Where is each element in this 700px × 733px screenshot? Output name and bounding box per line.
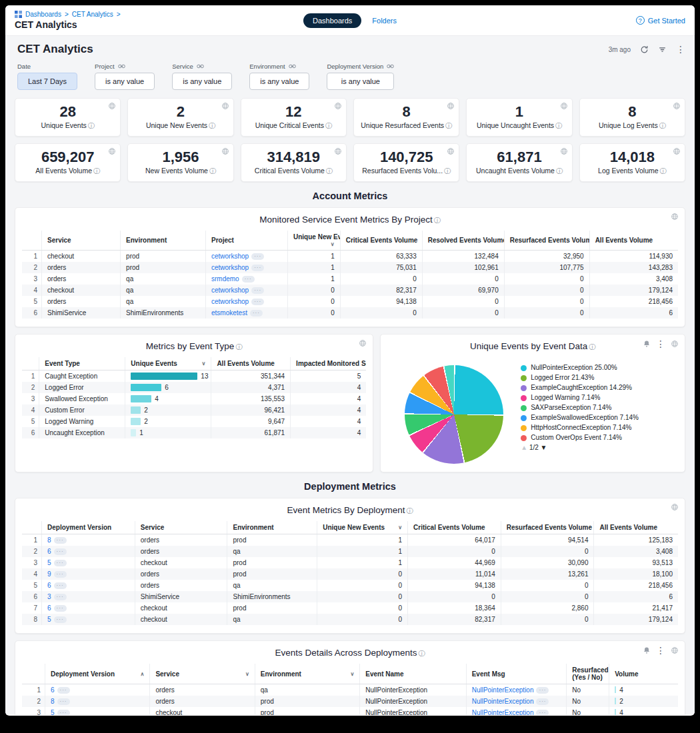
cell-link[interactable]: 6 <box>47 548 51 555</box>
info-icon[interactable]: ⓘ <box>235 343 242 351</box>
pie-chart[interactable] <box>405 365 503 464</box>
deployment-version-cell[interactable]: 5··· <box>42 614 135 625</box>
cell-link[interactable]: 5 <box>47 559 51 566</box>
more-pill[interactable]: ··· <box>536 710 549 715</box>
column-header[interactable]: Resurfaced Events Volume <box>504 231 589 251</box>
cell-link[interactable]: 9 <box>47 570 51 578</box>
cell-link[interactable]: 6 <box>47 582 51 589</box>
cell-link[interactable]: NullPointerException <box>472 709 534 715</box>
cell-link[interactable]: cetworkshop <box>211 253 249 260</box>
info-icon[interactable]: ⓘ <box>326 167 333 175</box>
project-link-cell[interactable]: srmdemo··· <box>206 273 288 285</box>
column-header[interactable]: Project <box>206 231 288 251</box>
table-row[interactable]: 2Logged Error64,3714 <box>22 382 366 393</box>
globe-icon[interactable] <box>108 147 116 155</box>
more-pill[interactable]: ··· <box>54 594 67 600</box>
kebab-menu-icon[interactable]: ⋮ <box>676 45 685 54</box>
deployment-version-cell[interactable]: 6··· <box>42 602 135 614</box>
legend-item[interactable]: NullPointerException 25.00% <box>521 364 677 372</box>
more-pill[interactable]: ··· <box>251 287 264 294</box>
globe-icon[interactable] <box>671 503 679 511</box>
project-link-cell[interactable]: cetworkshop··· <box>206 285 288 296</box>
info-icon[interactable]: ⓘ <box>660 167 667 175</box>
cell-link[interactable]: NullPointerException <box>472 686 534 694</box>
column-header[interactable]: All Events Volume <box>589 231 678 251</box>
tab-dashboards[interactable]: Dashboards <box>303 13 361 28</box>
column-header[interactable]: Critical Events Volume <box>408 521 501 534</box>
cell-link[interactable]: 6 <box>51 686 55 694</box>
globe-icon[interactable] <box>447 147 455 155</box>
cell-link[interactable]: 5 <box>47 616 51 623</box>
project-link-cell[interactable]: cetworkshop··· <box>206 251 288 263</box>
legend-pager[interactable]: ▲ 1/2 ▼ <box>521 444 677 451</box>
info-icon[interactable]: ⓘ <box>589 343 595 351</box>
legend-item[interactable]: Logged Warning 7.14% <box>521 394 677 402</box>
cell-link[interactable]: 6 <box>47 604 51 612</box>
legend-item[interactable]: ExampleCaughtException 14.29% <box>521 384 677 392</box>
column-header[interactable]: Unique New Ever∨ <box>288 231 341 251</box>
info-icon[interactable]: ⓘ <box>88 122 95 129</box>
table-row[interactable]: 4checkoutqacetworkshop···082,31769,97001… <box>22 285 678 296</box>
column-header[interactable]: Service <box>135 521 227 534</box>
column-header[interactable]: Environment∨ <box>255 664 359 684</box>
column-header[interactable]: Resurfaced Events Volume <box>501 521 594 534</box>
deployment-version-cell[interactable]: 6··· <box>42 546 135 557</box>
column-header[interactable]: Event Name <box>360 664 466 684</box>
globe-icon[interactable] <box>673 147 681 155</box>
more-pill[interactable]: ··· <box>536 687 549 694</box>
info-icon[interactable]: ⓘ <box>325 122 332 129</box>
table-row[interactable]: 16···ordersqaNullPointerExceptionNullPoi… <box>22 684 678 696</box>
deployment-version-cell[interactable]: 8··· <box>42 534 135 546</box>
legend-item[interactable]: ExampleSwallowedException 7.14% <box>521 414 677 422</box>
table-row[interactable]: 28···ordersprodNullPointerExceptionNullP… <box>22 696 678 707</box>
table-row[interactable]: 5ordersqacetworkshop···094,13800218,456 <box>22 296 678 307</box>
table-row[interactable]: 2ordersprodcetworkshop···175,031102,9611… <box>22 262 678 273</box>
info-icon[interactable]: ⓘ <box>659 122 666 129</box>
more-pill[interactable]: ··· <box>251 299 264 305</box>
more-pill[interactable]: ··· <box>251 265 264 271</box>
more-pill[interactable]: ··· <box>57 687 70 694</box>
globe-icon[interactable] <box>221 147 229 155</box>
table-row[interactable]: 76···checkoutprod018,3642,86021,417 <box>22 602 678 614</box>
table-row[interactable]: 5Logged Warning29,6474 <box>22 416 366 427</box>
column-header[interactable]: Volume <box>609 664 678 684</box>
bell-icon[interactable] <box>643 340 651 348</box>
more-pill[interactable]: ··· <box>57 710 70 715</box>
column-header[interactable]: Event Msg <box>466 664 567 684</box>
cell-link[interactable]: cetworkshop <box>211 298 249 305</box>
globe-icon[interactable] <box>671 340 679 348</box>
column-header[interactable]: Environment <box>121 231 206 251</box>
cell-link[interactable]: etsmoketest <box>211 309 247 317</box>
globe-icon[interactable] <box>334 147 342 155</box>
deployment-version-cell[interactable]: 8··· <box>45 696 149 707</box>
pager-down-icon[interactable]: ▼ <box>541 444 547 451</box>
info-icon[interactable]: ⓘ <box>444 167 451 175</box>
globe-icon[interactable] <box>671 646 679 654</box>
cell-link[interactable]: 3 <box>47 593 51 600</box>
info-icon[interactable]: ⓘ <box>434 217 441 224</box>
project-link-cell[interactable]: cetworkshop··· <box>206 296 288 307</box>
more-pill[interactable]: ··· <box>54 571 67 578</box>
filter-value-button[interactable]: is any value <box>249 73 309 90</box>
deployment-version-cell[interactable]: 5··· <box>42 557 135 568</box>
filter-value-button[interactable]: is any value <box>172 73 232 90</box>
more-pill[interactable]: ··· <box>536 698 549 705</box>
legend-item[interactable]: Logged Error 21.43% <box>521 374 677 382</box>
deployment-version-cell[interactable]: 5··· <box>45 707 149 715</box>
column-header[interactable]: Event Type <box>39 357 125 370</box>
column-header[interactable]: All Events Volume <box>594 521 678 534</box>
cell-link[interactable]: 8 <box>47 536 51 544</box>
table-row[interactable]: 18···ordersprod164,01794,514125,183 <box>22 534 678 546</box>
info-icon[interactable]: ⓘ <box>556 167 563 175</box>
more-pill[interactable]: ··· <box>242 276 255 283</box>
globe-icon[interactable] <box>108 102 116 110</box>
cell-link[interactable]: 8 <box>51 698 55 705</box>
info-icon[interactable]: ⓘ <box>209 167 216 175</box>
table-row[interactable]: 1checkoutprodcetworkshop···163,333132,48… <box>22 251 678 263</box>
column-header[interactable]: Deployment Version <box>42 521 135 534</box>
info-icon[interactable]: ⓘ <box>209 122 215 129</box>
table-row[interactable]: 26···ordersqa1003,408 <box>22 546 678 557</box>
kebab-menu-icon[interactable]: ⋮ <box>656 646 665 655</box>
filter-value-button[interactable]: Last 7 Days <box>17 73 77 90</box>
filter-icon[interactable] <box>658 45 667 54</box>
